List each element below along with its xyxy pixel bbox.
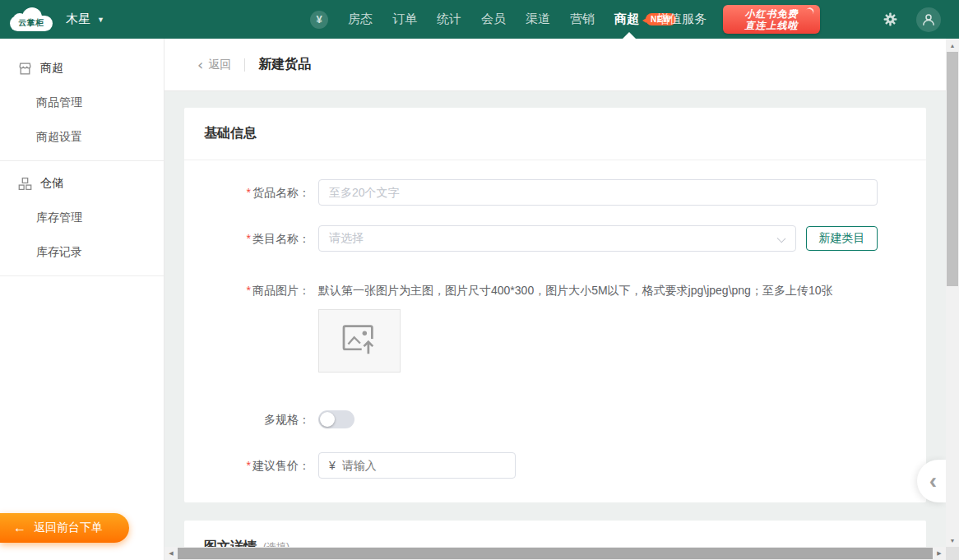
sidebar-item-label: 商超 [40, 61, 63, 76]
nav-item-value-added-services[interactable]: 增值服务 [657, 12, 707, 27]
account-switcher[interactable]: 木星 ▼ [66, 12, 104, 27]
content-area: 基础信息 *货品名称： *类目名称： 请选择 新建类目 [164, 91, 946, 560]
price-label: *建议售价： [184, 452, 318, 479]
sidebar-group-warehouse: 仓储 库存管理 库存记录 [0, 166, 164, 270]
page-title: 新建货品 [258, 56, 311, 73]
image-upload-button[interactable] [318, 309, 401, 373]
app-logo: 云掌柜 [10, 7, 53, 32]
front-desk-label: 返回前台下单 [34, 521, 103, 535]
required-star: * [247, 232, 251, 245]
price-input-group: ¥ [318, 452, 516, 479]
scroll-down-arrow[interactable]: ▼ [946, 534, 959, 547]
scroll-left-arrow[interactable]: ◀ [164, 547, 178, 560]
back-to-front-desk-button[interactable]: ← 返回前台下单 [0, 513, 129, 543]
nav-item-rooms[interactable]: 房态 [348, 12, 373, 27]
vertical-scrollbar-thumb[interactable] [947, 52, 958, 286]
page-header: ‹ 返回 新建货品 [164, 39, 946, 91]
select-placeholder: 请选择 [329, 231, 364, 246]
top-navbar: 云掌柜 木星 ▼ ¥ 房态 订单 统计 会员 渠道 营销 商超 NEW 增值服务… [0, 0, 959, 39]
back-label: 返回 [208, 58, 231, 72]
chevron-down-icon [777, 234, 786, 243]
currency-yen-symbol: ¥ [319, 459, 342, 472]
sidebar-item-warehouse[interactable]: 仓储 [0, 166, 164, 201]
form-row-name: *货品名称： [184, 179, 926, 206]
sidebar-item-label: 商超设置 [36, 130, 82, 145]
payment-coin-icon[interactable]: ¥ [310, 11, 328, 29]
chevron-left-icon: ‹ [197, 59, 203, 71]
horizontal-scrollbar-thumb[interactable] [178, 548, 933, 559]
sidebar-item-product-management[interactable]: 商品管理 [0, 86, 164, 120]
required-star: * [247, 186, 251, 199]
new-category-button[interactable]: 新建类目 [806, 226, 878, 251]
form-row-images: *商品图片： 默认第一张图片为主图，图片尺寸400*300，图片大小5M以下，格… [184, 282, 926, 373]
suggested-price-input[interactable] [342, 454, 515, 477]
header-divider [244, 58, 245, 72]
sidebar-group-supermarket: 商超 商品管理 商超设置 [0, 39, 164, 155]
vertical-scrollbar[interactable]: ▲ ▼ [946, 39, 959, 547]
nav-item-marketing[interactable]: 营销 [570, 12, 595, 27]
nav-item-stats[interactable]: 统计 [437, 12, 461, 27]
form-row-multi-spec: 多规格： [184, 410, 926, 428]
nav-item-orders[interactable]: 订单 [392, 12, 417, 27]
xiaohongshu-promo-banner[interactable]: 小红书免费 直连上线啦 [723, 5, 820, 34]
scroll-right-arrow[interactable]: ▶ [933, 547, 946, 560]
promo-line1: 小红书免费 [745, 8, 799, 20]
sidebar-item-label: 仓储 [40, 176, 63, 191]
scrollbar-corner [946, 547, 959, 560]
basic-info-card: 基础信息 *货品名称： *类目名称： 请选择 新建类目 [184, 108, 926, 502]
topbar-right: 增值服务 小红书免费 直连上线啦 [657, 0, 959, 39]
back-button[interactable]: ‹ 返回 [197, 58, 231, 72]
sidebar-item-label: 库存记录 [36, 245, 82, 260]
multi-spec-label: 多规格： [184, 410, 318, 428]
category-label: *类目名称： [184, 225, 318, 252]
logo-text: 云掌柜 [10, 17, 53, 29]
blocks-icon [18, 177, 32, 191]
sidebar-item-supermarket[interactable]: 商超 [0, 51, 164, 86]
required-star: * [247, 459, 251, 472]
basic-info-form: *货品名称： *类目名称： 请选择 新建类目 [184, 160, 926, 479]
sidebar: 商超 商品管理 商超设置 仓储 库存管理 库存记录 [0, 39, 164, 560]
main-nav: ¥ 房态 订单 统计 会员 渠道 营销 商超 NEW [310, 0, 676, 39]
sidebar-divider [0, 160, 164, 161]
nav-item-channels[interactable]: 渠道 [526, 12, 550, 27]
nav-item-members[interactable]: 会员 [481, 12, 506, 27]
caret-down-icon: ▼ [97, 16, 104, 24]
sidebar-item-inventory-management[interactable]: 库存管理 [0, 201, 164, 235]
nav-item-supermarket-active[interactable]: 商超 [614, 12, 639, 27]
settings-gear-icon[interactable] [883, 12, 898, 27]
store-icon [18, 62, 32, 76]
multi-spec-toggle[interactable] [318, 410, 354, 428]
sidebar-item-label: 商品管理 [36, 95, 82, 110]
promo-line2: 直连上线啦 [745, 20, 799, 31]
active-tab-arrow [623, 32, 636, 39]
sidebar-divider [0, 275, 164, 276]
sidebar-item-inventory-records[interactable]: 库存记录 [0, 235, 164, 270]
form-row-price: *建议售价： ¥ [184, 452, 926, 479]
sidebar-item-label: 库存管理 [36, 211, 82, 225]
account-name: 木星 [66, 12, 90, 27]
category-select[interactable]: 请选择 [318, 225, 796, 252]
sidebar-item-supermarket-settings[interactable]: 商超设置 [0, 120, 164, 155]
left-arrow-icon: ← [13, 521, 26, 535]
form-row-category: *类目名称： 请选择 新建类目 [184, 225, 926, 252]
images-label: *商品图片： [184, 282, 318, 373]
name-label: *货品名称： [184, 179, 318, 206]
required-star: * [247, 284, 251, 297]
horizontal-scrollbar[interactable]: ◀ ▶ [164, 547, 946, 560]
scroll-up-arrow[interactable]: ▲ [946, 39, 959, 52]
user-avatar-icon[interactable] [916, 7, 941, 32]
product-name-input[interactable] [318, 179, 878, 206]
section-title-basic-info: 基础信息 [184, 108, 926, 160]
toggle-knob [320, 412, 335, 427]
image-upload-icon [341, 324, 378, 359]
chevron-left-icon: ‹ [929, 470, 937, 492]
image-upload-hint: 默认第一张图片为主图，图片尺寸400*300，图片大小5M以下，格式要求jpg\… [318, 282, 926, 299]
